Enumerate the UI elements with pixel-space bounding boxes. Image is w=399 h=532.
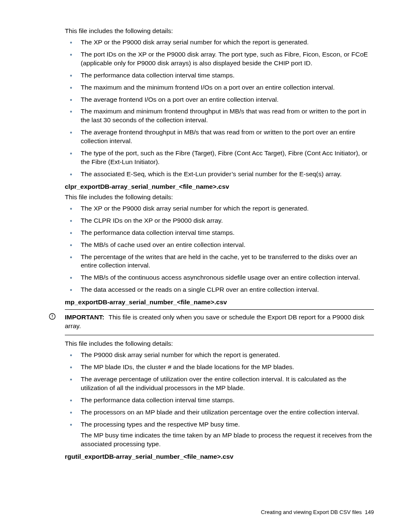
svg-point-2 (52, 318, 52, 318)
list-item: The MB/s of cache used over an entire co… (65, 241, 374, 249)
footer-text: Creating and viewing Export DB CSV files (261, 509, 362, 515)
list-item: The average percentage of utilization ov… (65, 375, 374, 393)
section1-intro: This file includes the following details… (65, 27, 374, 36)
list-item: The performance data collection interval… (65, 71, 374, 80)
list-item: The maximum and the minimum frontend I/O… (65, 83, 374, 92)
list-item: The average frontend throughput in MB/s … (65, 128, 374, 146)
section2-list: The XP or the P9000 disk array serial nu… (65, 204, 374, 294)
section4-heading: rgutil_exportDB-array_serial_number_<fil… (65, 453, 374, 460)
list-item-cont: The MP busy time indicates the time take… (81, 431, 374, 449)
list-item: The XP or the P9000 disk array serial nu… (65, 204, 374, 213)
important-text: This file is created only when you save … (65, 314, 364, 329)
list-item: The P9000 disk array serial number for w… (65, 351, 374, 360)
section2-intro: This file includes the following details… (65, 193, 374, 202)
list-item: The MB/s of the continuous access asynch… (65, 273, 374, 282)
list-item: The XP or the P9000 disk array serial nu… (65, 38, 374, 47)
section2-heading: clpr_exportDB-array_serial_number_<file_… (65, 183, 374, 190)
footer-page: 149 (365, 509, 374, 515)
section3-list: The P9000 disk array serial number for w… (65, 351, 374, 449)
section3-intro: This file includes the following details… (65, 339, 374, 348)
list-item-text: The processing types and the respective … (81, 421, 240, 428)
list-item: The maximum and minimum frontend through… (65, 107, 374, 125)
list-item: The average frontend I/Os on a port over… (65, 95, 374, 104)
list-item: The CLPR IDs on the XP or the P9000 disk… (65, 216, 374, 225)
page: This file includes the following details… (0, 0, 399, 532)
list-item: The performance data collection interval… (65, 396, 374, 405)
list-item: The data accessed or the reads on a sing… (65, 285, 374, 294)
important-icon (49, 313, 56, 322)
footer: Creating and viewing Export DB CSV files… (261, 509, 374, 515)
list-item: The MP blade IDs, the cluster # and the … (65, 363, 374, 372)
list-item: The processors on an MP blade and their … (65, 408, 374, 417)
section1-list: The XP or the P9000 disk array serial nu… (65, 38, 374, 179)
list-item: The performance data collection interval… (65, 229, 374, 237)
list-item: The percentage of the writes that are he… (65, 253, 374, 270)
important-note: IMPORTANT:This file is created only when… (65, 309, 374, 335)
list-item: The processing types and the respective … (65, 420, 374, 449)
list-item: The associated E-Seq, which is the Ext-L… (65, 170, 374, 179)
section3-heading: mp_exportDB-array_serial_number_<file_na… (65, 298, 374, 306)
important-label: IMPORTANT: (65, 314, 104, 321)
list-item: The port IDs on the XP or the P9000 disk… (65, 50, 374, 68)
list-item: The type of the port, such as the Fibre … (65, 149, 374, 167)
